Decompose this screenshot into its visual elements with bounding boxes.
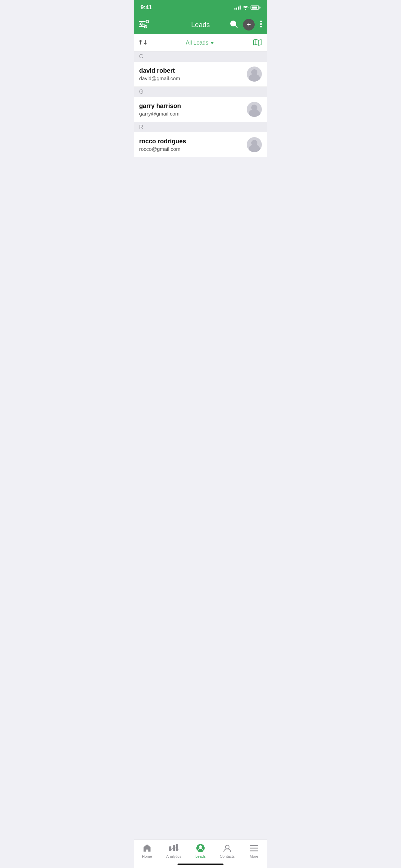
- lead-info: garry harrison garry@gmail.com: [139, 103, 247, 117]
- lead-email: rocco@gmail.com: [139, 146, 247, 152]
- header-left: [139, 19, 149, 30]
- svg-point-3: [146, 20, 149, 23]
- svg-point-9: [260, 23, 262, 25]
- lead-email: david@gmail.com: [139, 75, 247, 81]
- app-header: Leads +: [134, 15, 267, 34]
- battery-icon: [251, 5, 260, 10]
- svg-line-7: [235, 26, 238, 28]
- add-lead-button[interactable]: +: [243, 19, 255, 31]
- lead-item-garry-harrison[interactable]: garry harrison garry@gmail.com: [134, 97, 267, 122]
- avatar-body: [249, 109, 260, 117]
- more-options-icon[interactable]: [260, 21, 262, 29]
- lead-name: rocco rodrigues: [139, 138, 247, 145]
- avatar-body: [249, 74, 260, 82]
- lead-info: rocco rodrigues rocco@gmail.com: [139, 138, 247, 152]
- svg-point-8: [260, 21, 262, 22]
- section-header-r: R: [134, 122, 267, 132]
- svg-rect-1: [139, 24, 146, 24]
- filter-label-text: All Leads: [186, 40, 208, 46]
- map-icon[interactable]: [253, 38, 262, 48]
- lead-info: david robert david@gmail.com: [139, 67, 247, 81]
- status-icons: [234, 5, 260, 10]
- status-time: 9:41: [141, 4, 152, 11]
- header-actions: +: [230, 19, 262, 31]
- section-header-g: G: [134, 87, 267, 97]
- settings-icon[interactable]: [139, 19, 149, 30]
- lead-name: garry harrison: [139, 103, 247, 110]
- svg-rect-0: [139, 21, 146, 22]
- wifi-icon: [243, 5, 248, 10]
- avatar-body: [249, 145, 260, 152]
- lead-item-rocco-rodrigues[interactable]: rocco rodrigues rocco@gmail.com: [134, 132, 267, 157]
- filter-bar: All Leads: [134, 34, 267, 51]
- filter-label[interactable]: All Leads: [186, 40, 214, 46]
- lead-item-david-robert[interactable]: david robert david@gmail.com: [134, 62, 267, 87]
- sort-icon[interactable]: [139, 38, 147, 47]
- avatar: [247, 67, 262, 82]
- lead-email: garry@gmail.com: [139, 111, 247, 117]
- chevron-down-icon: [210, 42, 214, 44]
- avatar: [247, 137, 262, 152]
- avatar: [247, 102, 262, 117]
- svg-point-10: [260, 26, 262, 27]
- lead-name: david robert: [139, 67, 247, 74]
- header-title: Leads: [191, 21, 210, 29]
- empty-area: [134, 157, 267, 294]
- status-bar: 9:41: [134, 0, 267, 15]
- section-header-c: C: [134, 51, 267, 62]
- search-icon[interactable]: [230, 20, 238, 29]
- signal-icon: [234, 5, 241, 10]
